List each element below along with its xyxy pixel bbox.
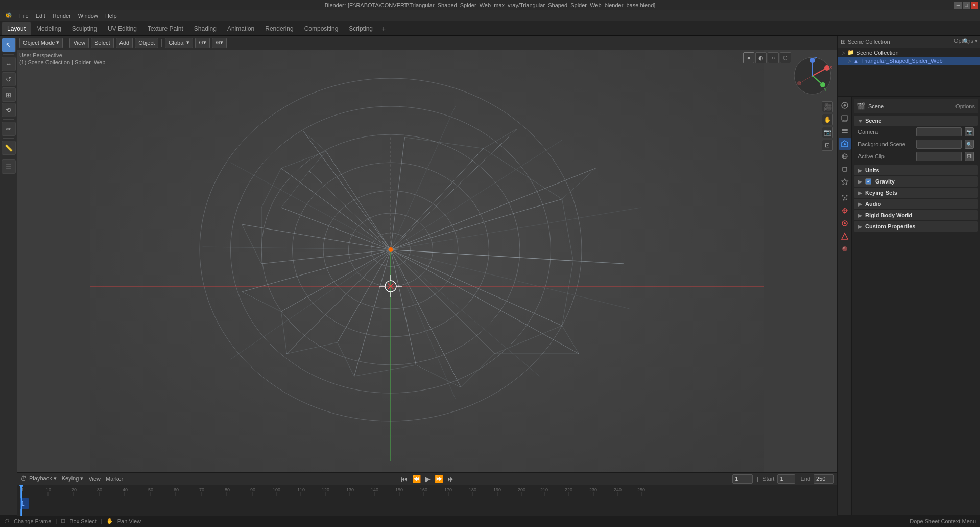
tool-separator-4 (3, 157, 14, 157)
scene-section: ▼ Scene Camera 📷 Background Scene 🔍 (854, 116, 978, 163)
outliner-item-scene[interactable]: ▷ 📁 Scene Collection (838, 48, 980, 57)
scale-tool-button[interactable]: ⊞ (2, 87, 16, 102)
modifier-props-tab[interactable] (839, 176, 851, 188)
viewport-shading-rendered[interactable]: ○ (768, 52, 779, 63)
jump-next-keyframe[interactable]: ⏩ (434, 475, 444, 483)
object-menu-button[interactable]: Object (135, 38, 158, 48)
jump-end-button[interactable]: ⏭ (446, 475, 456, 483)
custom-props-collapse-arrow: ▶ (858, 224, 863, 230)
proportional-edit[interactable]: ⊗▾ (212, 38, 227, 48)
add-menu-button[interactable]: Add (116, 38, 133, 48)
navigation-gizmo[interactable]: X Y Z (792, 55, 833, 96)
frame-start-input[interactable]: 1 (777, 474, 795, 484)
select-tool-button[interactable]: ↖ (2, 38, 16, 52)
zoom-camera-button[interactable]: 🎥 (822, 101, 833, 112)
material-props-tab[interactable] (839, 243, 851, 255)
select-menu-button[interactable]: Select (91, 38, 114, 48)
particles-props-tab[interactable] (839, 192, 851, 204)
add-cube-button[interactable]: ☰ (2, 159, 16, 174)
props-options-button[interactable]: Options (955, 103, 975, 109)
minimize-button[interactable]: ─ (954, 2, 962, 9)
camera-view-button[interactable]: 📷 (822, 127, 833, 138)
window-menu[interactable]: Window (75, 12, 101, 20)
audio-section-header[interactable]: ▶ Audio (854, 199, 978, 209)
svg-point-56 (824, 65, 829, 71)
tab-shading[interactable]: Shading (189, 22, 222, 35)
jump-prev-keyframe[interactable]: ⏪ (411, 475, 422, 483)
playback-menu[interactable]: Playback ▾ (29, 475, 57, 482)
rigid-body-world-section-header[interactable]: ▶ Rigid Body World (854, 210, 978, 220)
background-scene-value[interactable] (916, 140, 962, 149)
background-scene-browse-icon[interactable]: 🔍 (965, 140, 974, 149)
render-props-tab[interactable] (839, 99, 851, 111)
custom-properties-section: ▶ Custom Properties (854, 221, 978, 232)
jump-start-button[interactable]: ⏮ (400, 475, 409, 483)
viewport-container: Object Mode ▾ View Select Add Object Glo… (17, 36, 837, 515)
scene-section-header[interactable]: ▼ Scene (854, 116, 978, 126)
object-props-tab[interactable] (839, 163, 851, 175)
view-layer-props-tab[interactable] (839, 125, 851, 137)
camera-browse-icon[interactable]: 📷 (965, 127, 974, 136)
frame-selected-button[interactable]: ⊡ (822, 140, 833, 151)
viewport-shading-solid[interactable]: ● (743, 52, 754, 63)
close-button[interactable]: ✕ (971, 2, 978, 9)
keying-menu[interactable]: Keying ▾ (62, 475, 84, 482)
viewport-shading-wireframe[interactable]: ⬡ (780, 52, 791, 63)
tab-rendering[interactable]: Rendering (260, 22, 298, 35)
rotate-tool-button[interactable]: ↺ (2, 72, 16, 86)
gravity-checkbox[interactable]: ✓ (865, 178, 871, 185)
help-menu[interactable]: Help (102, 12, 120, 20)
current-frame-input[interactable]: 1 (732, 474, 753, 484)
view-menu[interactable]: View (88, 476, 101, 482)
tab-modeling[interactable]: Modeling (31, 22, 66, 35)
blender-menu[interactable]: 🐝 (2, 11, 15, 20)
scene-props-tab[interactable] (839, 138, 851, 150)
transform-tool-button[interactable]: ⟲ (2, 103, 16, 117)
camera-value[interactable] (916, 127, 962, 136)
tab-scripting[interactable]: Scripting (344, 22, 378, 35)
3d-viewport[interactable]: User Perspective (1) Scene Collection | … (17, 50, 837, 472)
tab-sculpting[interactable]: Sculpting (67, 22, 102, 35)
outliner-item-spider-web[interactable]: ▷ ▲ Triangular_Shaped_Spider_Web (838, 57, 980, 65)
transform-orientation[interactable]: Global ▾ (165, 38, 193, 48)
units-label: Units (865, 167, 879, 173)
divider-1 (854, 164, 978, 164)
active-clip-value[interactable] (916, 152, 962, 161)
active-clip-browse-icon[interactable]: 🎞 (965, 152, 974, 161)
tab-animation[interactable]: Animation (222, 22, 259, 35)
object-data-props-tab[interactable] (839, 230, 851, 242)
frame-end-input[interactable]: 250 (814, 474, 834, 484)
view-menu-button[interactable]: View (69, 38, 89, 48)
edit-menu[interactable]: Edit (33, 12, 49, 20)
play-button[interactable]: ▶ (424, 475, 432, 483)
render-menu[interactable]: Render (50, 12, 74, 20)
outliner: ⊞ Scene Collection 🔍 ≡ ▷ 📁 Scene Collect… (838, 36, 980, 97)
tab-compositing[interactable]: Compositing (299, 22, 344, 35)
tab-layout[interactable]: Layout (2, 22, 31, 35)
units-section-header[interactable]: ▶ Units (854, 165, 978, 175)
gravity-section-header[interactable]: ▶ ✓ Gravity (854, 176, 978, 187)
measure-tool-button[interactable]: 📏 (2, 141, 16, 155)
move-tool-button[interactable]: ↔ (2, 57, 16, 71)
custom-properties-section-header[interactable]: ▶ Custom Properties (854, 221, 978, 232)
marker-menu[interactable]: Marker (106, 476, 123, 482)
svg-point-59 (797, 81, 801, 85)
viewport-shading-material[interactable]: ◐ (755, 52, 767, 63)
annotate-tool-button[interactable]: ✏ (2, 122, 16, 136)
file-menu[interactable]: File (16, 12, 32, 20)
pan-view-button[interactable]: ✋ (822, 114, 833, 125)
tab-texture-paint[interactable]: Texture Paint (142, 22, 188, 35)
keying-sets-section-header[interactable]: ▶ Keying Sets (854, 188, 978, 198)
constraints-props-tab[interactable] (839, 217, 851, 230)
tab-uv-editing[interactable]: UV Editing (103, 22, 142, 35)
add-workspace-button[interactable]: + (378, 24, 389, 34)
physics-props-tab[interactable] (839, 204, 851, 217)
maximize-button[interactable]: □ (963, 2, 970, 9)
snap-button[interactable]: ⊙▾ (195, 38, 210, 48)
mode-selector[interactable]: Object Mode ▾ (19, 38, 63, 48)
options-label[interactable]: Options ▾ (954, 38, 978, 44)
output-props-tab[interactable] (839, 112, 851, 124)
world-props-tab[interactable] (839, 150, 851, 163)
svg-text:250: 250 (637, 487, 645, 492)
timeline-ruler[interactable]: 1 10 20 30 40 50 60 (17, 485, 837, 516)
